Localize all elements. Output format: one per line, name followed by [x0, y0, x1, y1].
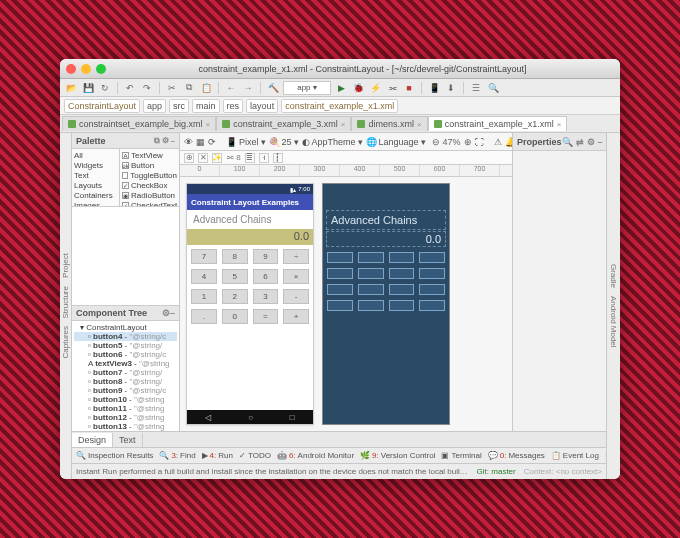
device-select[interactable]: 📱 Pixel ▾	[226, 137, 266, 147]
context-label[interactable]: Context: <no context>	[524, 467, 602, 476]
zoom-in-button[interactable]: ⊕	[464, 137, 472, 147]
close-tab-icon[interactable]: ×	[206, 120, 211, 129]
calc-button[interactable]: -	[283, 289, 309, 304]
run-select[interactable]: app ▾	[283, 81, 331, 95]
run-icon[interactable]: ▶	[334, 81, 348, 95]
hide-icon[interactable]: –	[171, 136, 175, 146]
align-icon[interactable]: ⫞	[259, 153, 269, 163]
tree-node[interactable]: A textView3 - "@string	[74, 359, 177, 368]
calc-button[interactable]: 0	[222, 309, 248, 324]
undo-icon[interactable]: ↶	[123, 81, 137, 95]
breadcrumb-item[interactable]: src	[169, 99, 189, 113]
palette-item[interactable]: ✓CheckedText	[122, 201, 177, 206]
breadcrumb-item[interactable]: layout	[246, 99, 278, 113]
calc-button[interactable]: 2	[222, 289, 248, 304]
calc-button[interactable]: 4	[191, 269, 217, 284]
bp-button[interactable]	[358, 300, 384, 311]
palette-item[interactable]: ◉RadioButton	[122, 191, 177, 201]
breadcrumb-item[interactable]: res	[223, 99, 244, 113]
gear-icon[interactable]: ⚙	[162, 136, 169, 146]
tool-todo[interactable]: ✓ TODO	[239, 451, 271, 460]
avd-icon[interactable]: 📱	[427, 81, 441, 95]
bp-button[interactable]	[419, 268, 445, 279]
gear-icon[interactable]: ⚙	[587, 137, 595, 147]
search-icon[interactable]: 🔍	[562, 137, 573, 147]
tool-tab[interactable]: Gradle	[609, 264, 618, 288]
breadcrumb-item[interactable]: constraint_example_x1.xml	[281, 99, 398, 113]
calc-button[interactable]: 5	[222, 269, 248, 284]
guideline-icon[interactable]: ┇	[273, 153, 283, 163]
tab-design[interactable]: Design	[72, 433, 113, 447]
stop-icon[interactable]: ■	[402, 81, 416, 95]
breadcrumb-item[interactable]: ConstraintLayout	[64, 99, 140, 113]
theme-select[interactable]: ◐ AppTheme ▾	[302, 137, 363, 147]
close-tab-icon[interactable]: ×	[341, 120, 346, 129]
tool-tab[interactable]: Android Model	[609, 296, 618, 348]
tool-terminal[interactable]: ▣ Terminal	[441, 451, 481, 460]
calc-button[interactable]: 6	[253, 269, 279, 284]
warnings-icon[interactable]: ⚠	[494, 137, 502, 147]
fit-icon[interactable]: ⛶	[475, 137, 484, 147]
language-select[interactable]: 🌐 Language ▾	[366, 137, 426, 147]
tree-node[interactable]: ▫ button7 - "@string/	[74, 368, 177, 377]
redo-icon[interactable]: ↷	[140, 81, 154, 95]
palette-item[interactable]: okButton	[122, 161, 177, 171]
palette-category[interactable]: Text	[74, 171, 117, 181]
bp-button[interactable]	[327, 268, 353, 279]
palette-item[interactable]: ATextView	[122, 151, 177, 161]
device-preview[interactable]: ▮▴7:00 Constraint Layout Examples Advanc…	[186, 183, 314, 425]
palette-item[interactable]: ToggleButton	[122, 171, 177, 181]
debug-icon[interactable]: 🐞	[351, 81, 365, 95]
autoconnect-icon[interactable]: ⊕	[184, 153, 194, 163]
canvas-area[interactable]: 0100200300400500600700 ▮▴7:00 Constraint…	[180, 165, 512, 431]
calc-button[interactable]: ×	[283, 269, 309, 284]
tool-run[interactable]: ▶ 4: Run	[202, 451, 233, 460]
file-tab[interactable]: dimens.xml×	[351, 116, 427, 131]
file-tab[interactable]: constraint_example_x1.xml×	[428, 116, 568, 131]
tool-messages[interactable]: 💬 0: Messages	[488, 451, 545, 460]
palette-item[interactable]: ✓CheckBox	[122, 181, 177, 191]
tool-tab[interactable]: Project	[61, 253, 70, 278]
bp-button[interactable]	[419, 252, 445, 263]
tool-android-monitor[interactable]: 🤖 6: Android Monitor	[277, 451, 354, 460]
tool-find[interactable]: 🔍 3: 3: FindFind	[159, 451, 195, 460]
save-icon[interactable]: 💾	[81, 81, 95, 95]
bp-button[interactable]	[358, 252, 384, 263]
tree-node[interactable]: ▫ button9 - "@string/c	[74, 386, 177, 395]
zoom-level[interactable]: 47%	[443, 137, 461, 147]
calc-button[interactable]: 8	[222, 249, 248, 264]
pack-icon[interactable]: ≣	[245, 153, 255, 163]
tree-node[interactable]: ▫ button11 - "@string	[74, 404, 177, 413]
default-margin-label[interactable]: ⫘ 8	[226, 153, 241, 162]
calc-button[interactable]: 1	[191, 289, 217, 304]
cut-icon[interactable]: ✂	[165, 81, 179, 95]
bp-button[interactable]	[358, 268, 384, 279]
calc-button[interactable]: =	[253, 309, 279, 324]
bp-button[interactable]	[327, 252, 353, 263]
bp-button[interactable]	[389, 268, 415, 279]
copy-icon[interactable]: ⧉	[182, 81, 196, 95]
tool-tab[interactable]: Structure	[61, 286, 70, 318]
bp-button[interactable]	[327, 284, 353, 295]
infer-icon[interactable]: ✨	[212, 153, 222, 163]
calc-button[interactable]: 9	[253, 249, 279, 264]
hide-icon[interactable]: –	[170, 308, 175, 318]
calc-button[interactable]: .	[191, 309, 217, 324]
bp-button[interactable]	[389, 300, 415, 311]
api-select[interactable]: 🍭 25 ▾	[269, 137, 299, 147]
swap-icon[interactable]: ⇄	[576, 137, 584, 147]
tree-node[interactable]: ▫ button6 - "@string/c	[74, 350, 177, 359]
bp-button[interactable]	[389, 252, 415, 263]
zoom-icon[interactable]	[96, 64, 106, 74]
sync-icon[interactable]: ↻	[98, 81, 112, 95]
tree-node[interactable]: ▾ ConstraintLayout	[74, 323, 177, 332]
minimize-icon[interactable]	[81, 64, 91, 74]
tree-node[interactable]: ▫ button12 - "@string	[74, 413, 177, 422]
surface-icon[interactable]: ▦	[196, 137, 205, 147]
palette-category[interactable]: All	[74, 151, 117, 161]
tree-node[interactable]: ▫ button5 - "@string/	[74, 341, 177, 350]
bp-button[interactable]	[358, 284, 384, 295]
palette-category[interactable]: Containers	[74, 191, 117, 201]
instant-run-icon[interactable]: ⚡	[368, 81, 382, 95]
tree-node[interactable]: ▫ button10 - "@string	[74, 395, 177, 404]
